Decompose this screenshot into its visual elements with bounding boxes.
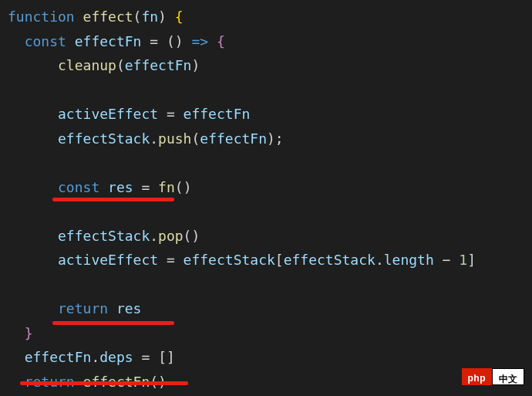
call-cleanup: cleanup [58, 57, 116, 73]
annotation-underline [52, 198, 174, 201]
var-activeEffect: activeEffect [58, 106, 158, 122]
var-effectStack: effectStack [58, 130, 150, 147]
annotation-underline [52, 321, 174, 325]
keyword-const: const [25, 33, 66, 49]
call-push: push [158, 130, 191, 147]
watermark-badge: php 中文 [462, 368, 525, 385]
keyword-return: return [58, 300, 108, 316]
param-fn: fn [141, 8, 158, 25]
var-res: res [108, 179, 133, 195]
call-pop: pop [158, 228, 184, 244]
arrow-icon: => [191, 33, 208, 49]
call-fn: fn [158, 179, 175, 195]
var-effectFn: effectFn [75, 33, 142, 49]
keyword-function: function [8, 8, 75, 25]
fn-name: effect [83, 8, 133, 25]
watermark-right: 中文 [492, 368, 524, 385]
prop-deps: deps [99, 349, 133, 365]
prop-length: length [384, 252, 434, 268]
number-one: 1 [459, 252, 467, 268]
annotation-underline [20, 381, 188, 385]
watermark-left: php [462, 368, 493, 385]
